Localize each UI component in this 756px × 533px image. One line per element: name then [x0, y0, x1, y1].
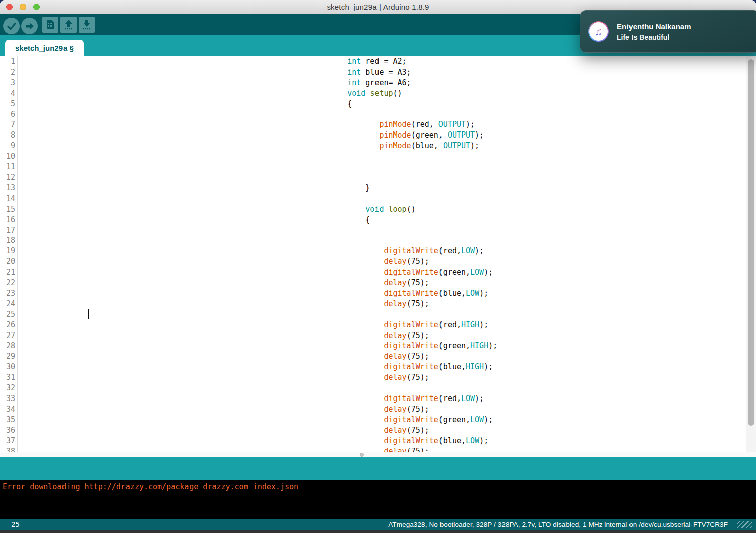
horizontal-scrollbar[interactable]	[0, 452, 756, 457]
code-line: 35 digitalWrite(green,LOW);	[0, 415, 756, 425]
code-line: 18	[0, 235, 756, 246]
line-number: 10	[0, 151, 18, 162]
code-text: void setup()	[18, 88, 402, 99]
line-number: 9	[0, 141, 18, 151]
document-icon	[46, 20, 54, 30]
line-number-indicator: 25	[0, 520, 20, 528]
console-header	[0, 457, 756, 480]
itunes-icon: ♫	[588, 21, 609, 42]
line-number: 3	[0, 78, 18, 88]
code-text: digitalWrite(blue,LOW);	[18, 288, 488, 299]
code-text: digitalWrite(blue,HIGH);	[18, 362, 493, 372]
code-text: delay(75);	[18, 425, 429, 436]
code-text: int green= A6;	[18, 78, 411, 88]
line-number: 37	[0, 436, 18, 446]
code-text	[18, 172, 20, 183]
line-number: 38	[0, 446, 18, 452]
line-number: 25	[0, 309, 18, 320]
vertical-scrollbar-thumb[interactable]	[748, 59, 754, 426]
console-output: Error downloading http://drazzy.com/pack…	[0, 480, 756, 519]
verify-button[interactable]	[3, 18, 20, 34]
code-line: 8 pinMode(green, OUTPUT);	[0, 130, 756, 141]
line-number: 19	[0, 246, 18, 256]
code-line: 5 {	[0, 99, 756, 109]
code-line: 16 {	[0, 215, 756, 225]
code-line: 2 int blue = A3;	[0, 67, 756, 78]
new-sketch-button[interactable]	[42, 17, 58, 33]
code-lines: 1 int red = A2;2 int blue = A3;3	[0, 56, 756, 452]
board-info: ATmega328, No bootloader, 328P / 328PA, …	[388, 521, 728, 528]
code-line: 12	[0, 172, 756, 183]
horizontal-scrollbar-thumb[interactable]	[360, 453, 364, 457]
code-text: int blue = A3;	[18, 67, 411, 78]
line-number: 2	[0, 67, 18, 78]
code-line: 11	[0, 162, 756, 172]
line-number: 27	[0, 330, 18, 341]
status-bar: 25 ATmega328, No bootloader, 328P / 328P…	[0, 519, 756, 530]
code-text	[18, 151, 20, 162]
line-number: 14	[0, 193, 18, 204]
zoom-button[interactable]	[33, 4, 40, 10]
line-number: 23	[0, 288, 18, 299]
line-number: 18	[0, 235, 18, 246]
music-note-icon: ♫	[595, 26, 603, 38]
line-number: 36	[0, 425, 18, 436]
resize-grip-icon[interactable]	[737, 521, 752, 528]
arduino-ide-window: sketch_jun29a | Arduino 1.8.9	[0, 0, 756, 530]
line-number: 17	[0, 225, 18, 236]
line-number: 26	[0, 320, 18, 330]
code-line: 33 digitalWrite(red,LOW);	[0, 393, 756, 404]
down-arrow-icon	[82, 19, 91, 30]
code-text: digitalWrite(red,LOW);	[18, 393, 484, 404]
code-text: digitalWrite(green,LOW);	[18, 267, 493, 278]
close-button[interactable]	[6, 4, 13, 10]
code-editor[interactable]: 1 int red = A2;2 int blue = A3;3	[0, 56, 756, 452]
code-text: {	[18, 215, 370, 225]
line-number: 21	[0, 267, 18, 278]
code-line: 30 digitalWrite(blue,HIGH);	[0, 362, 756, 372]
line-number: 13	[0, 183, 18, 193]
code-line: 32	[0, 383, 756, 393]
save-button[interactable]	[79, 17, 95, 33]
tab-sketch-jun29a[interactable]: sketch_jun29a §	[5, 40, 84, 56]
line-number: 11	[0, 162, 18, 172]
line-number: 34	[0, 404, 18, 415]
line-number: 20	[0, 256, 18, 267]
code-line: 1 int red = A2;	[0, 56, 756, 67]
window-title: sketch_jun29a | Arduino 1.8.9	[327, 3, 429, 11]
code-text	[18, 109, 20, 120]
minimize-button[interactable]	[20, 4, 26, 10]
code-text: pinMode(green, OUTPUT);	[18, 130, 484, 141]
code-text: delay(75);	[18, 256, 429, 267]
upload-button[interactable]	[21, 18, 38, 34]
code-line: 22 delay(75);	[0, 278, 756, 288]
window-controls	[6, 4, 40, 10]
line-number: 8	[0, 130, 18, 141]
code-text: int red = A2;	[18, 56, 407, 67]
code-text: digitalWrite(red,HIGH);	[18, 320, 488, 330]
code-line: 4 void setup()	[0, 88, 756, 99]
line-number: 16	[0, 215, 18, 225]
line-number: 33	[0, 393, 18, 404]
line-number: 24	[0, 299, 18, 309]
line-number: 12	[0, 172, 18, 183]
code-text: delay(75);	[18, 404, 429, 415]
open-button[interactable]	[60, 17, 77, 33]
itunes-notification[interactable]: ♫ Eniyenthu Nalkanam Life Is Beautiful	[580, 10, 756, 53]
line-number: 31	[0, 372, 18, 383]
code-text: pinMode(red, OUTPUT);	[18, 119, 475, 130]
text-cursor	[88, 309, 89, 319]
code-text	[18, 235, 20, 246]
up-arrow-icon	[64, 19, 73, 30]
console-error-text: Error downloading http://drazzy.com/pack…	[3, 482, 298, 491]
line-number: 28	[0, 341, 18, 351]
vertical-scrollbar[interactable]	[746, 56, 756, 452]
code-text	[18, 309, 20, 320]
code-line: 14	[0, 193, 756, 204]
line-number: 7	[0, 119, 18, 130]
code-line: 17	[0, 225, 756, 236]
code-text: delay(75);	[18, 351, 429, 362]
code-text: delay(75);	[18, 446, 429, 452]
code-line: 29 delay(75);	[0, 351, 756, 362]
code-line: 38 delay(75);	[0, 446, 756, 452]
